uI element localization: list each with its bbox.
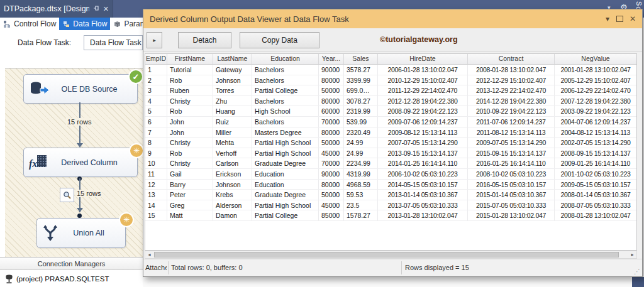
table-row[interactable]: 12BarryJohnsonEducation800004968.592014-… bbox=[145, 180, 636, 190]
grid-cell: 80000 bbox=[319, 127, 344, 138]
resize-grip[interactable]: ⋰ bbox=[634, 268, 640, 275]
dialog-titlebar[interactable]: Derived Column Output Data Viewer at Dat… bbox=[143, 9, 642, 28]
grid-cell: Graduate Degree bbox=[252, 190, 319, 200]
grid-cell: 4319.99 bbox=[344, 169, 378, 179]
scrollbar-thumb[interactable] bbox=[154, 252, 619, 257]
grid-cell: 50000 bbox=[319, 138, 344, 148]
grid-column-header[interactable]: LastName bbox=[213, 54, 252, 64]
grid-cell: 2010-12-29 15:10:02.407 bbox=[378, 75, 468, 85]
table-row[interactable]: 8ChristyMehtaPartial High School5000024.… bbox=[145, 138, 636, 148]
grid-column-header[interactable]: Year... bbox=[319, 54, 344, 64]
spinner-icon: ✳ bbox=[123, 215, 130, 224]
grid-cell: Barry bbox=[167, 180, 213, 190]
grid-cell: 2005-12-29 15:10:02.407 bbox=[555, 75, 637, 85]
table-row[interactable]: 10ChristyCarlsonGraduate Degree700002234… bbox=[145, 158, 636, 169]
grid-cell: 2011-08-12 15:13:14.113 bbox=[468, 127, 555, 138]
grid-cell: 2014-01-25 16:14:14.110 bbox=[378, 158, 468, 168]
grid-cell: 2014-05-15 05:03:10.157 bbox=[378, 180, 468, 190]
grid-cell: Rob bbox=[167, 75, 213, 85]
table-row[interactable]: 7JohnMillerMasters Degree800002320.49200… bbox=[145, 127, 636, 138]
close-icon[interactable]: ✕ bbox=[103, 5, 109, 13]
grid-column-header[interactable]: HireDate bbox=[378, 54, 468, 64]
table-row[interactable]: 1TutorialGatewayBachelors900003578.27200… bbox=[145, 65, 636, 75]
parameters-icon bbox=[113, 20, 121, 28]
data-flow-icon bbox=[62, 20, 70, 28]
maximize-icon[interactable] bbox=[616, 16, 623, 22]
grid-cell: 15 bbox=[145, 210, 167, 220]
grid-cell: Ruiz bbox=[213, 117, 252, 127]
chevron-down-icon[interactable]: ▾ bbox=[606, 14, 609, 23]
connection-managers-header[interactable]: Connection Managers bbox=[0, 257, 143, 270]
table-row[interactable]: 6JohnRuizBachelors70000539.992009-07-06 … bbox=[145, 117, 636, 127]
grid-cell: 60000 bbox=[319, 106, 344, 116]
dialog-title: Derived Column Output Data Viewer at Dat… bbox=[150, 14, 599, 24]
grid-cell: 90000 bbox=[319, 169, 344, 179]
tab-data-flow[interactable]: Data Flow bbox=[59, 18, 110, 30]
grid-cell: 3 bbox=[145, 85, 167, 95]
data-flow-task-combo[interactable]: Data Flow Task bbox=[84, 35, 143, 50]
grid-cell: 80000 bbox=[319, 180, 344, 190]
table-row[interactable]: 11GailEricksonEducation900004319.992006-… bbox=[145, 169, 636, 180]
horizontal-scrollbar[interactable]: ◂ ▸ bbox=[145, 251, 637, 259]
grid-cell: Huang bbox=[213, 106, 252, 116]
grid-cell: 80000 bbox=[319, 75, 344, 85]
table-row[interactable]: 15MattDamonPartial College850001578.2720… bbox=[145, 210, 636, 221]
grid-cell: 4968.59 bbox=[344, 180, 378, 190]
table-row[interactable]: 5RobHuangHigh School600002319.992008-09-… bbox=[145, 106, 636, 117]
table-row[interactable]: 2RobJohnsonBachelors800003399.992010-12-… bbox=[145, 75, 636, 86]
row-count-label: 15 rows bbox=[75, 190, 103, 197]
node-union-all[interactable]: Union All bbox=[36, 218, 126, 248]
scroll-right-button[interactable]: ▸ bbox=[628, 251, 636, 258]
table-row[interactable]: 3RubenTorresPartial College50000699.0…20… bbox=[145, 85, 636, 96]
table-row[interactable]: 14GregAldersonPartial High School4500023… bbox=[145, 200, 636, 211]
data-viewer-button[interactable] bbox=[60, 188, 74, 202]
designer-tab-strip: Control Flow Data Flow Parame bbox=[0, 18, 151, 30]
connection-manager-item[interactable]: (project) PRASAD.SQLTEST bbox=[0, 271, 143, 287]
grid-cell: Bachelors bbox=[252, 117, 319, 127]
union-all-icon bbox=[42, 224, 58, 242]
grid-cell: 12 bbox=[145, 180, 167, 190]
detach-button[interactable]: Detach bbox=[178, 32, 231, 48]
node-ole-db-source[interactable]: OLE DB Source bbox=[23, 74, 138, 104]
table-row[interactable]: 9RobVerhoffPartial High School4500024.99… bbox=[145, 148, 636, 159]
scroll-left-button[interactable]: ◂ bbox=[145, 251, 153, 258]
grid-column-header[interactable]: Sales bbox=[344, 54, 378, 64]
tab-control-flow[interactable]: Control Flow bbox=[0, 18, 59, 30]
table-row[interactable]: 13PeterKrebsGraduate Degree5000059.53201… bbox=[145, 190, 636, 200]
grid-cell: 6 bbox=[145, 117, 167, 127]
close-icon[interactable]: ✕ bbox=[630, 14, 636, 23]
expand-button[interactable]: ▸ bbox=[147, 32, 162, 48]
grid-cell: 90000 bbox=[319, 65, 344, 75]
grid-cell: 2001-01-28 13:10:02.047 bbox=[555, 65, 637, 75]
grid-cell: 2001-10-02 05:03:10.223 bbox=[555, 169, 637, 179]
grid-column-header[interactable]: NegValue bbox=[555, 54, 637, 64]
grid-column-header[interactable]: Education bbox=[252, 54, 319, 64]
grid-column-header[interactable]: Contract bbox=[468, 54, 555, 64]
table-row[interactable]: 4ChristyZhuBachelors800003078.272012-12-… bbox=[145, 96, 636, 107]
grid-cell: 2008-09-22 19:04:22.123 bbox=[378, 106, 468, 116]
grid-column-header[interactable]: FirstName bbox=[167, 54, 213, 64]
grid-cell: 2013-01-14 05:03:10.367 bbox=[378, 190, 468, 200]
grid-cell: 2013-09-15 15:13:14.137 bbox=[378, 148, 468, 158]
grid-cell: 2006-10-02 05:03:10.223 bbox=[378, 169, 468, 179]
grid-cell: Damon bbox=[213, 210, 252, 220]
document-tab[interactable]: DTPackage.dtsx [Design] ✕ bbox=[0, 0, 113, 18]
grid-cell: 2004-07-06 12:09:14.237 bbox=[555, 117, 637, 127]
control-flow-icon bbox=[3, 20, 11, 28]
grid-cell: 2006-12-29 22:14:02.470 bbox=[555, 85, 637, 95]
grid-cell: Gateway bbox=[213, 65, 252, 75]
grid-cell: 2015-09-15 15:13:14.137 bbox=[468, 148, 555, 158]
grid-cell: Tutorial bbox=[167, 65, 213, 75]
grid-cell: Alderson bbox=[213, 200, 252, 210]
magnifier-icon bbox=[63, 191, 72, 200]
grid-cell: 59.53 bbox=[344, 190, 378, 200]
copy-data-button[interactable]: Copy Data bbox=[240, 32, 319, 48]
row-count-label: 15 rows bbox=[66, 118, 93, 126]
grid-cell: 2009-07-05 15:13:14.290 bbox=[468, 138, 555, 148]
edge-endpoint-dot bbox=[77, 214, 82, 218]
pin-icon[interactable] bbox=[93, 5, 99, 13]
grid-column-header[interactable]: EmpID bbox=[145, 54, 167, 64]
grid-cell: 14 bbox=[145, 200, 167, 210]
node-derived-column[interactable]: fx Derived Column bbox=[23, 148, 138, 177]
grid-cell: 7 bbox=[145, 127, 167, 138]
